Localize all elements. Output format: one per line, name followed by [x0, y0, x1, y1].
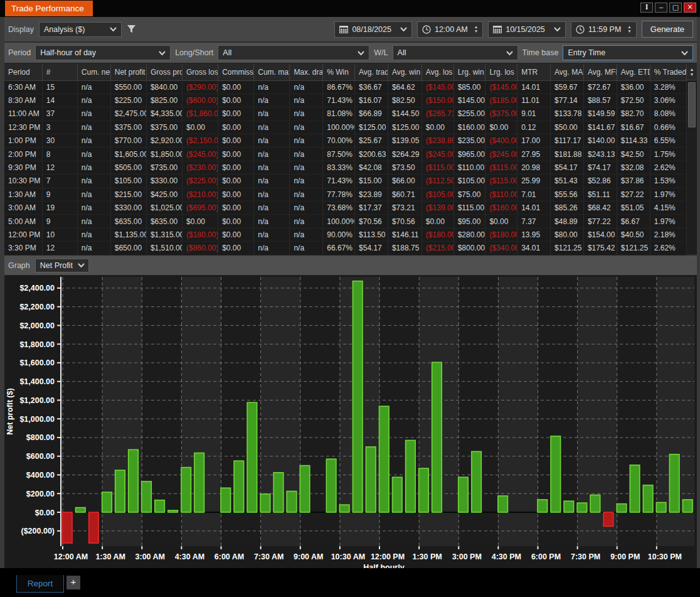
table-row[interactable]: 1:30 AM9n/a$215.00$425.00($210.00)$0.00n… — [4, 188, 687, 201]
generate-button[interactable]: Generate — [642, 21, 693, 38]
chart-bar[interactable] — [339, 505, 349, 512]
add-tab-button[interactable]: + — [66, 576, 80, 589]
chart-bar[interactable] — [63, 512, 73, 543]
vertical-scrollbar[interactable]: ▲▼ — [687, 64, 697, 254]
minimize-icon[interactable]: – — [655, 3, 667, 13]
from-time-picker[interactable]: 12:00 AM ▲▼ — [417, 21, 483, 38]
maximize-icon[interactable]: ▢ — [669, 3, 682, 13]
chart-bar[interactable] — [617, 504, 627, 512]
table-row[interactable]: 5:00 AM9n/a$635.00$635.00$0.00$0.00n/an/… — [4, 215, 687, 228]
column-header[interactable]: Avg. MAE — [551, 64, 584, 80]
chart-bar[interactable] — [142, 481, 152, 512]
period-select[interactable]: Half-hour of day — [35, 45, 171, 60]
column-header[interactable]: Avg. ETD — [617, 64, 650, 80]
table-row[interactable]: 10:30 PM7n/a$105.00$330.00($225.00)$0.00… — [4, 175, 687, 188]
chart-bar[interactable] — [129, 449, 139, 512]
wl-select[interactable]: All — [393, 45, 518, 60]
to-date-picker[interactable]: 10/15/2025 — [488, 21, 566, 38]
display-select[interactable]: Analysis ($) — [39, 22, 122, 37]
table-row[interactable]: 6:30 AM15n/a$550.00$840.00($290.00)$0.00… — [4, 80, 687, 94]
chart-bar[interactable] — [643, 485, 653, 512]
column-header[interactable]: MTR — [517, 64, 551, 80]
graph-type-select[interactable]: Net Profit — [35, 259, 89, 272]
column-header[interactable]: % Win — [323, 64, 355, 80]
chart-bar[interactable] — [419, 468, 429, 512]
chart-bar[interactable] — [247, 402, 257, 512]
chart-bar[interactable] — [379, 406, 390, 512]
chart-bar[interactable] — [287, 492, 297, 512]
chart-bar[interactable] — [366, 447, 376, 512]
chart-bar[interactable] — [406, 440, 416, 512]
column-header[interactable]: Max. drawdown — [290, 64, 323, 80]
longshort-select[interactable]: All — [218, 45, 369, 60]
chart-bar[interactable] — [102, 492, 112, 512]
scroll-arrows[interactable]: ▲▼ — [687, 64, 697, 80]
chart-bar[interactable] — [194, 453, 204, 512]
table-row[interactable]: 11:00 AM37n/a$2,475.00$4,335.00($1,860.0… — [4, 107, 687, 121]
table-row[interactable]: 9:30 PM12n/a$505.00$735.00($230.00)$0.00… — [4, 161, 687, 174]
filter-icon[interactable] — [127, 24, 136, 34]
from-date-picker[interactable]: 08/18/2025 — [334, 21, 412, 38]
chart-bar[interactable] — [432, 362, 442, 512]
column-header[interactable]: Gross loss — [183, 64, 218, 80]
spinner-down-icon[interactable]: ▼ — [627, 30, 631, 33]
table-row[interactable]: 2:00 PM8n/a$1,605.00$1,850.00($245.00)$0… — [4, 148, 687, 161]
pin-window-icon[interactable]: I — [640, 3, 653, 13]
column-header[interactable]: Lrg. win — [453, 64, 485, 80]
chart-bar[interactable] — [326, 459, 336, 512]
chart-bar[interactable] — [260, 494, 270, 512]
column-header[interactable]: Cum. net profit — [77, 64, 110, 80]
chart-bar[interactable] — [234, 461, 244, 512]
close-icon[interactable]: ✕ — [684, 3, 696, 13]
table-row[interactable]: 12:00 PM10n/a$1,135.00$1,315.00($180.00)… — [4, 228, 687, 241]
chart-bar[interactable] — [669, 454, 679, 512]
column-header[interactable]: # — [42, 64, 77, 80]
chart-bar[interactable] — [577, 503, 587, 512]
column-header[interactable]: % Traded — [650, 64, 686, 80]
chart-bar[interactable] — [353, 281, 363, 512]
column-header[interactable]: Net profit — [110, 64, 146, 80]
column-header[interactable]: Avg. MFE — [583, 64, 617, 80]
column-header[interactable]: Avg. win — [388, 64, 422, 80]
chart-bar[interactable] — [682, 500, 692, 512]
table-row[interactable]: 3:30 PM12n/a$650.00$1,510.00($860.00)$0.… — [4, 242, 687, 255]
chart-bar[interactable] — [115, 470, 125, 512]
table-row[interactable]: 8:30 AM14n/a$225.00$825.00($600.00)$0.00… — [4, 94, 687, 107]
table-row[interactable]: 3:00 AM19n/a$330.00$1,025.00($695.00)$0.… — [4, 202, 687, 215]
chart-bar[interactable] — [564, 501, 574, 512]
chart-bar[interactable] — [181, 468, 191, 512]
chart-bar[interactable] — [273, 473, 284, 512]
window-title[interactable]: Trade Performance — [5, 1, 93, 16]
tab-report[interactable]: Report — [16, 575, 64, 593]
column-header[interactable]: Gross profit — [146, 64, 182, 80]
time-spinner[interactable]: ▲▼ — [474, 25, 478, 33]
chart-bar[interactable] — [630, 465, 640, 512]
spinner-down-icon[interactable]: ▼ — [474, 30, 478, 33]
chart-bar[interactable] — [459, 477, 469, 512]
chart-bar[interactable] — [472, 451, 482, 512]
chart-bar[interactable] — [656, 502, 666, 512]
timebase-select[interactable]: Entry Time — [563, 45, 693, 60]
table-row[interactable]: 12:30 PM3n/a$375.00$375.00$0.00$0.00n/an… — [4, 121, 687, 134]
chart-bar[interactable] — [155, 500, 165, 512]
chart-bar[interactable] — [603, 512, 613, 526]
to-time-picker[interactable]: 11:59 PM ▲▼ — [571, 21, 637, 38]
chart-bar[interactable] — [168, 510, 178, 512]
chart-bar[interactable] — [221, 488, 231, 512]
time-spinner[interactable]: ▲▼ — [627, 25, 631, 33]
table-row[interactable]: 1:00 PM30n/a$770.00$2,920.00($2,150.00)$… — [4, 134, 687, 148]
column-header[interactable]: Cum. max. drawdown — [254, 64, 290, 80]
chart-bar[interactable] — [538, 500, 548, 512]
chart-bar[interactable] — [89, 512, 99, 543]
column-header[interactable]: Avg. los — [422, 64, 453, 80]
column-header[interactable]: Avg. trade — [355, 64, 388, 80]
column-header[interactable]: Commission — [218, 64, 254, 80]
chart-bar[interactable] — [76, 508, 86, 512]
chart-bar[interactable] — [498, 496, 508, 512]
chart-bar[interactable] — [551, 436, 561, 512]
chart-bar[interactable] — [393, 477, 403, 512]
column-header[interactable]: Period — [4, 64, 42, 80]
column-header[interactable]: Lrg. los — [485, 64, 517, 80]
scrollbar-thumb[interactable] — [688, 82, 696, 127]
chart-bar[interactable] — [590, 495, 600, 512]
